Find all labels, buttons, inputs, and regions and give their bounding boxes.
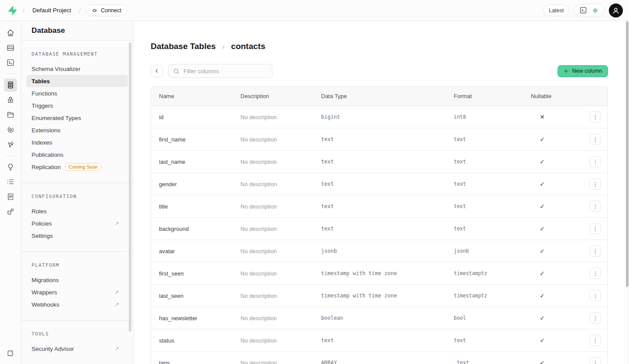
dots-menu-icon: ⋮: [593, 271, 598, 276]
cell-nullable: ✓: [531, 203, 575, 210]
columns-table-body: id No description bigint int8 ✕ ⋮ first_…: [151, 106, 608, 364]
rail-logs-button[interactable]: [4, 175, 17, 188]
breadcrumb-separator: /: [78, 7, 81, 14]
rail-reports-button[interactable]: [4, 190, 17, 203]
cell-nullable: ✓: [531, 359, 575, 364]
sidebar-item-label: Triggers: [32, 102, 53, 109]
cell-format: text: [454, 181, 531, 187]
cell-format: jsonb: [454, 248, 531, 254]
rail-realtime-button[interactable]: [4, 138, 17, 151]
sidebar-item-label: Schema Visualizer: [32, 66, 81, 72]
cell-name: id: [151, 114, 240, 120]
integrations-blocks-icon: [7, 208, 14, 216]
sidebar-item-label: Security Advisor: [32, 346, 74, 352]
table-row: has_newsletter No description boolean bo…: [151, 307, 608, 329]
page-scrollbar-thumb[interactable]: [626, 21, 629, 287]
ai-assistant-button[interactable]: [590, 5, 601, 16]
rail-storage-button[interactable]: [4, 108, 17, 121]
rail-advisors-button[interactable]: [4, 160, 17, 173]
rail-edge-functions-button[interactable]: [4, 123, 17, 136]
sidebar-item-webhooks[interactable]: Webhooks ↗: [26, 298, 128, 311]
row-menu-button[interactable]: ⋮: [590, 134, 601, 145]
filter-columns-input[interactable]: [168, 64, 272, 78]
row-menu-button[interactable]: ⋮: [590, 335, 601, 346]
rail-database-button[interactable]: [4, 78, 17, 92]
row-menu-button[interactable]: ⋮: [590, 290, 601, 301]
rail-divider: [5, 74, 16, 74]
columns-table-header: Name Description Data Type Format Nullab…: [151, 87, 608, 106]
sidebar-item-roles[interactable]: Roles: [26, 205, 128, 217]
panel-icon: [7, 350, 14, 357]
rail-integrations-button[interactable]: [4, 205, 17, 218]
cell-name: title: [151, 203, 240, 210]
rail-divider: [5, 155, 16, 156]
supabase-logo[interactable]: [6, 5, 18, 16]
external-link-icon: ↗: [115, 220, 119, 226]
row-menu-button[interactable]: ⋮: [590, 201, 601, 212]
realtime-icon: [7, 141, 14, 148]
terminal-button[interactable]: [578, 5, 588, 16]
row-menu-button[interactable]: ⋮: [590, 178, 601, 190]
sidebar-item-functions[interactable]: Functions: [26, 87, 128, 99]
back-button[interactable]: [151, 65, 163, 77]
breadcrumb-table-name: contacts: [231, 42, 265, 51]
sidebar-item-label: Functions: [32, 90, 57, 97]
chevron-right-icon: ›: [223, 43, 225, 50]
row-menu-button[interactable]: ⋮: [590, 156, 601, 167]
cell-name: first_seen: [151, 270, 240, 277]
latest-badge[interactable]: Latest: [543, 4, 569, 16]
cell-data-type: boolean: [321, 315, 454, 321]
supabase-logo-icon: [7, 6, 17, 15]
rail-panel-button[interactable]: [4, 346, 17, 360]
sidebar-item-migrations[interactable]: Migrations: [26, 274, 128, 286]
sidebar-item-triggers[interactable]: Triggers: [26, 99, 128, 112]
new-column-button[interactable]: New column: [558, 65, 608, 77]
breadcrumb-database-tables[interactable]: Database Tables: [151, 42, 216, 51]
row-menu-button[interactable]: ⋮: [590, 357, 601, 364]
table-row: last_name No description text text ✓ ⋮: [151, 151, 608, 173]
cell-data-type: text: [321, 337, 454, 343]
sidebar-section-heading: PLATFORM: [21, 262, 133, 268]
sidebar-item-wrappers[interactable]: Wrappers ↗: [26, 286, 128, 298]
sidebar-item-settings[interactable]: Settings: [26, 230, 128, 242]
sidebar-item-policies[interactable]: Policies ↗: [26, 217, 128, 230]
cell-nullable: ✓: [531, 158, 575, 165]
row-menu-button[interactable]: ⋮: [590, 223, 601, 234]
lock-icon: [7, 96, 14, 104]
cell-nullable: ✓: [531, 337, 575, 344]
cell-description: No description: [240, 270, 321, 277]
cell-nullable: ✓: [531, 180, 575, 187]
rail-home-button[interactable]: [4, 26, 17, 39]
row-menu-button[interactable]: ⋮: [590, 111, 601, 123]
sidebar-divider: [21, 251, 133, 252]
sidebar-item-replication[interactable]: Replication Coming Soon: [26, 161, 128, 173]
row-menu-button[interactable]: ⋮: [590, 312, 601, 324]
sidebar-item-security-advisor[interactable]: Security Advisor ↗: [26, 343, 128, 355]
project-selector[interactable]: Default Project: [30, 5, 74, 15]
sidebar-item-tables[interactable]: Tables: [26, 75, 128, 87]
row-menu-button[interactable]: ⋮: [590, 268, 601, 279]
connect-button[interactable]: Connect: [86, 4, 127, 16]
external-link-icon: ↗: [115, 346, 119, 352]
sidebar-section-heading: TOOLS: [21, 331, 133, 337]
cell-nullable: ✓: [531, 225, 575, 232]
sidebar-scrollbar-thumb[interactable]: [129, 42, 131, 332]
cell-description: No description: [240, 114, 321, 120]
sidebar-item-extensions[interactable]: Extensions: [26, 124, 128, 136]
cell-name: background: [151, 226, 240, 232]
dots-menu-icon: ⋮: [593, 159, 598, 165]
topbar: / Default Project / Connect Latest: [0, 0, 629, 21]
user-avatar[interactable]: [609, 4, 623, 18]
sidebar-nav: DATABASE MANAGEMENT Schema Visualizer Ta…: [21, 41, 133, 355]
dots-menu-icon: ⋮: [593, 114, 598, 120]
external-link-icon: ↗: [115, 289, 119, 295]
rail-table-editor-button[interactable]: [4, 41, 17, 54]
edge-functions-icon: [7, 126, 14, 134]
sidebar-item-publications[interactable]: Publications: [26, 148, 128, 161]
sidebar-item-enumerated-types[interactable]: Enumerated Types: [26, 112, 128, 124]
rail-sql-editor-button[interactable]: [4, 56, 17, 69]
sidebar-item-indexes[interactable]: Indexes: [26, 136, 128, 148]
sidebar-item-schema-visualizer[interactable]: Schema Visualizer: [26, 63, 128, 75]
rail-authentication-button[interactable]: [4, 93, 17, 106]
row-menu-button[interactable]: ⋮: [590, 245, 601, 257]
